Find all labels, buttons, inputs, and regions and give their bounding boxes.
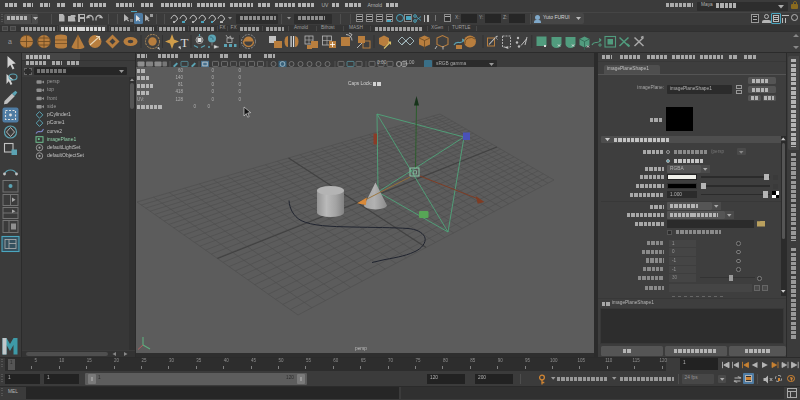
svg-text:T: T	[181, 34, 189, 49]
